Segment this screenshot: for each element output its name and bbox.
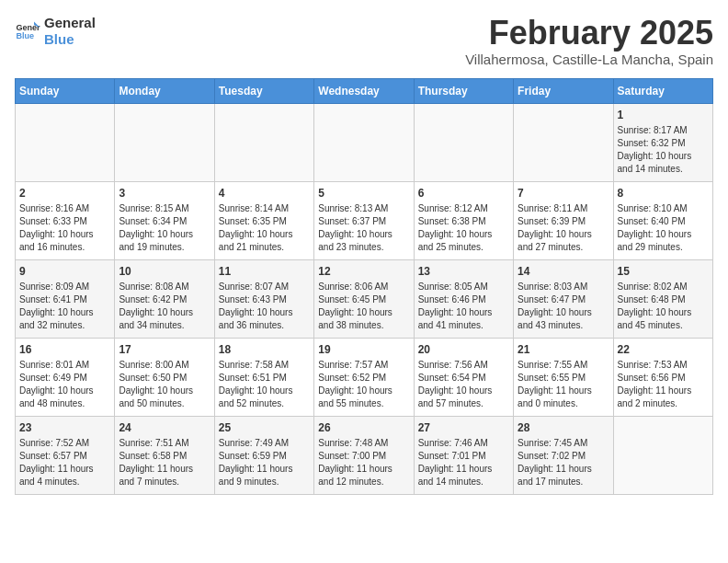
day-info-line: Sunrise: 7:55 AM [518,359,609,372]
day-info-line: Daylight: 11 hours and 4 minutes. [19,463,110,488]
day-info-line: Sunrise: 7:56 AM [418,359,509,372]
day-info-line: Sunset: 6:51 PM [219,372,310,385]
day-info-line: Sunset: 6:34 PM [119,215,210,228]
calendar-cell [115,103,214,181]
day-info-line: Daylight: 10 hours and 52 minutes. [219,385,310,410]
day-info-line: Sunrise: 8:13 AM [318,202,409,215]
day-info-line: Sunrise: 8:15 AM [119,202,210,215]
logo: General Blue General Blue [15,15,96,48]
day-info-line: Sunset: 6:40 PM [618,215,709,228]
day-info-line: Sunrise: 7:51 AM [119,437,210,450]
calendar-cell [514,103,613,181]
day-info-line: Sunset: 6:46 PM [418,293,509,306]
calendar-cell: 20Sunrise: 7:56 AMSunset: 6:54 PMDayligh… [414,338,513,416]
calendar-cell: 9Sunrise: 8:09 AMSunset: 6:41 PMDaylight… [16,259,115,338]
calendar-cell: 2Sunrise: 8:16 AMSunset: 6:33 PMDaylight… [16,181,115,259]
calendar-cell: 10Sunrise: 8:08 AMSunset: 6:42 PMDayligh… [115,259,214,338]
calendar-cell: 12Sunrise: 8:06 AMSunset: 6:45 PMDayligh… [314,259,414,338]
calendar-cell: 21Sunrise: 7:55 AMSunset: 6:55 PMDayligh… [514,338,613,416]
day-header-monday: Monday [115,78,214,103]
day-info-line: Sunset: 6:52 PM [318,372,409,385]
calendar-cell: 11Sunrise: 8:07 AMSunset: 6:43 PMDayligh… [214,259,313,338]
day-info-line: Sunrise: 8:01 AM [19,359,110,372]
day-number: 13 [418,264,509,280]
calendar-cell: 15Sunrise: 8:02 AMSunset: 6:48 PMDayligh… [613,259,712,338]
calendar-cell: 3Sunrise: 8:15 AMSunset: 6:34 PMDaylight… [115,181,214,259]
calendar-cell: 28Sunrise: 7:45 AMSunset: 7:02 PMDayligh… [514,416,613,494]
day-info-line: Daylight: 10 hours and 36 minutes. [219,306,310,332]
day-number: 4 [219,186,310,201]
day-info-line: Daylight: 10 hours and 27 minutes. [518,228,609,254]
day-number: 8 [618,186,709,201]
day-info-line: Sunset: 6:47 PM [518,293,609,306]
day-info-line: Sunrise: 7:53 AM [618,359,709,372]
day-info-line: Sunrise: 7:58 AM [219,359,310,372]
day-info-line: Sunrise: 7:52 AM [19,437,110,450]
day-info-line: Daylight: 10 hours and 57 minutes. [418,385,509,410]
day-info-line: Sunset: 6:45 PM [318,293,409,306]
day-info-line: Sunset: 6:54 PM [418,372,509,385]
day-info-line: Sunrise: 7:57 AM [318,359,409,372]
day-info-line: Sunrise: 8:00 AM [119,359,210,372]
day-info-line: Sunrise: 7:45 AM [518,437,609,450]
calendar-body: 1Sunrise: 8:17 AMSunset: 6:32 PMDaylight… [16,103,713,494]
day-number: 6 [418,186,509,201]
calendar-cell: 17Sunrise: 8:00 AMSunset: 6:50 PMDayligh… [115,338,214,416]
day-info-line: Daylight: 11 hours and 14 minutes. [418,463,509,488]
calendar-cell: 18Sunrise: 7:58 AMSunset: 6:51 PMDayligh… [214,338,313,416]
day-info-line: Sunset: 6:32 PM [618,137,709,150]
day-info-line: Sunset: 6:56 PM [618,372,709,385]
day-number: 3 [119,186,210,201]
day-number: 15 [618,264,709,280]
day-info-line: Sunset: 6:43 PM [219,293,310,306]
day-header-friday: Friday [514,78,613,103]
day-number: 1 [618,108,709,123]
day-number: 22 [618,342,709,358]
calendar-header-row: SundayMondayTuesdayWednesdayThursdayFrid… [16,78,713,103]
svg-text:General: General [16,23,40,32]
calendar-cell: 19Sunrise: 7:57 AMSunset: 6:52 PMDayligh… [314,338,414,416]
day-info-line: Sunset: 6:48 PM [618,293,709,306]
day-info-line: Sunset: 7:01 PM [418,450,509,463]
day-number: 7 [518,186,609,201]
calendar-cell [314,103,414,181]
day-info-line: Daylight: 10 hours and 41 minutes. [418,306,509,332]
day-number: 26 [318,420,409,436]
day-info-line: Daylight: 10 hours and 32 minutes. [19,306,110,332]
calendar-cell: 13Sunrise: 8:05 AMSunset: 6:46 PMDayligh… [414,259,513,338]
day-header-tuesday: Tuesday [214,78,313,103]
day-header-thursday: Thursday [414,78,513,103]
calendar-cell: 4Sunrise: 8:14 AMSunset: 6:35 PMDaylight… [214,181,313,259]
logo-line2: Blue [44,31,96,48]
day-info-line: Sunset: 6:55 PM [518,372,609,385]
day-info-line: Daylight: 10 hours and 19 minutes. [119,228,210,254]
calendar-cell [16,103,115,181]
calendar-cell: 22Sunrise: 7:53 AMSunset: 6:56 PMDayligh… [613,338,712,416]
day-number: 21 [518,342,609,358]
day-info-line: Daylight: 11 hours and 9 minutes. [219,463,310,488]
day-number: 2 [19,186,110,201]
day-header-saturday: Saturday [613,78,712,103]
logo-line1: General [44,15,96,31]
calendar-cell: 8Sunrise: 8:10 AMSunset: 6:40 PMDaylight… [613,181,712,259]
calendar-week-row: 9Sunrise: 8:09 AMSunset: 6:41 PMDaylight… [16,259,713,338]
day-info-line: Sunrise: 8:16 AM [19,202,110,215]
svg-text:Blue: Blue [16,31,34,40]
day-info-line: Sunrise: 8:10 AM [618,202,709,215]
calendar-cell [414,103,513,181]
day-info-line: Daylight: 11 hours and 17 minutes. [518,463,609,488]
day-info-line: Sunset: 6:35 PM [219,215,310,228]
day-info-line: Sunset: 6:59 PM [219,450,310,463]
day-number: 9 [19,264,110,280]
day-info-line: Daylight: 10 hours and 45 minutes. [618,306,709,332]
day-info-line: Daylight: 10 hours and 25 minutes. [418,228,509,254]
day-info-line: Sunset: 6:41 PM [19,293,110,306]
calendar-cell: 1Sunrise: 8:17 AMSunset: 6:32 PMDaylight… [613,103,712,181]
calendar-table: SundayMondayTuesdayWednesdayThursdayFrid… [15,78,713,495]
day-info-line: Sunset: 6:39 PM [518,215,609,228]
day-info-line: Sunset: 6:38 PM [418,215,509,228]
day-info-line: Daylight: 10 hours and 14 minutes. [618,150,709,176]
calendar-cell: 25Sunrise: 7:49 AMSunset: 6:59 PMDayligh… [214,416,313,494]
calendar-cell: 23Sunrise: 7:52 AMSunset: 6:57 PMDayligh… [16,416,115,494]
calendar-cell: 5Sunrise: 8:13 AMSunset: 6:37 PMDaylight… [314,181,414,259]
